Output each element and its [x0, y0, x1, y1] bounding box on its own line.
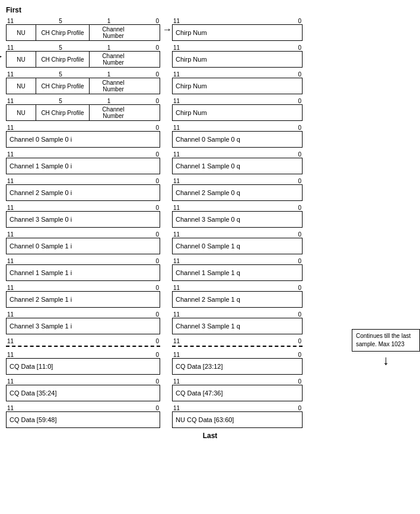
- chirp-row-1: 11510NUCH Chirp ProfileChannel Number➤11…: [6, 44, 414, 68]
- s2: 110Channel 2 Sample 0 i110Channel 2 Samp…: [6, 178, 414, 201]
- chirp-row-3: 11510NUCH Chirp ProfileChannel Number110…: [6, 98, 414, 121]
- s4: 110Channel 0 Sample 1 i110Channel 0 Samp…: [6, 231, 414, 254]
- last-label: Last: [6, 432, 414, 440]
- s1: 110Channel 1 Sample 0 i110Channel 1 Samp…: [6, 151, 414, 174]
- arrow-right-icon: →: [163, 24, 172, 35]
- s6: 110Channel 2 Sample 1 i110Channel 2 Samp…: [6, 285, 414, 308]
- page-title: First: [6, 6, 414, 14]
- s0: 110Channel 0 Sample 0 i110Channel 0 Samp…: [6, 124, 414, 148]
- arrow-input-icon: ➤: [0, 52, 2, 61]
- chirp-row-2: 11510NUCH Chirp ProfileChannel Number110…: [6, 71, 414, 94]
- s5: 110Channel 1 Sample 1 i110Channel 1 Samp…: [6, 258, 414, 281]
- cq2: 110CQ Data [59:48]110NU CQ Data [63:60]: [6, 405, 414, 428]
- s3: 110Channel 3 Sample 0 i110Channel 3 Samp…: [6, 205, 414, 228]
- chirp-row-0: 11510NUCH Chirp ProfileChannel Number→11…: [6, 18, 414, 41]
- continues-note: Continues till the last sample. Max 1023: [352, 329, 420, 352]
- cq1: 110CQ Data [35:24]110CQ Data [47:36]: [6, 378, 414, 401]
- cq0: 110CQ Data [11:0]110CQ Data [23:12]: [6, 352, 414, 375]
